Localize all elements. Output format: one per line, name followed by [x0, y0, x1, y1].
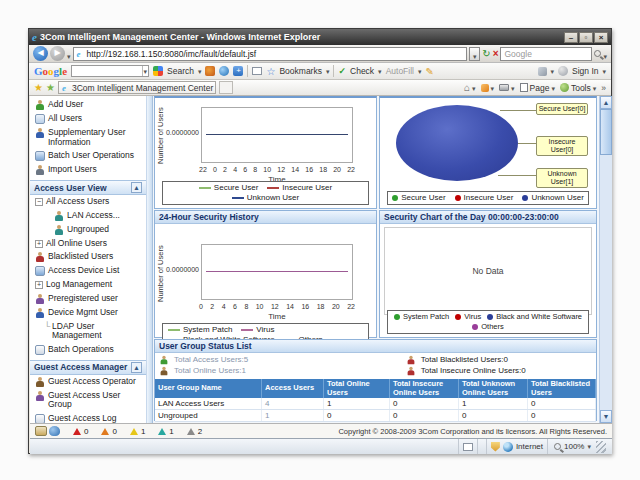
row-value[interactable]: 1 [262, 410, 324, 421]
translate-icon[interactable] [219, 66, 229, 76]
row-name[interactable]: LAN Access Users [155, 398, 262, 409]
favorites-icon[interactable] [34, 82, 43, 93]
highlighter-icon[interactable] [425, 66, 433, 77]
tree-expand-icon[interactable] [35, 240, 43, 248]
sidebar-item-lan-access[interactable]: LAN Access... [30, 209, 146, 223]
history-dropdown-icon[interactable] [67, 45, 71, 63]
panel-security-chart-of-day: Security Chart of the Day 00:00:00-23:00… [379, 210, 597, 338]
sidebar-item-batch-operations[interactable]: Batch Operations [30, 343, 146, 357]
sidebar-item-ldap-user-management[interactable]: LDAP User Management [30, 320, 146, 343]
restore-button[interactable] [579, 32, 593, 43]
url-input[interactable]: e http://192.168.1.150:8080/imc/fault/de… [73, 47, 468, 61]
sidebar-item-guest-access-log[interactable]: Guest Access Log [30, 412, 146, 424]
print-button[interactable] [499, 83, 515, 93]
settings-dropdown-icon[interactable] [551, 66, 555, 76]
alarm-minor[interactable]: 1 [130, 427, 145, 436]
page-menu[interactable]: Page [520, 83, 555, 93]
stop-button[interactable] [493, 48, 499, 59]
sidebar-item-import-users[interactable]: Import Users [30, 163, 146, 177]
tab-3com-imc[interactable]: e 3Com Intelligent Management Center [58, 81, 216, 94]
sidebar-item-all-online-users[interactable]: All Online Users [30, 237, 146, 251]
zoom-control[interactable]: 100% [548, 441, 612, 453]
add-gadget-icon[interactable] [233, 66, 243, 76]
guest-access-log-icon [35, 414, 45, 424]
sidebar-item-guest-access-operator[interactable]: Guest Access Operator [30, 375, 146, 389]
feeds-button[interactable] [481, 83, 495, 93]
page-icon [520, 83, 528, 92]
sidebar-item-blacklisted-users[interactable]: Blacklisted Users [30, 250, 146, 264]
refresh-button[interactable] [482, 48, 490, 59]
major-alarm-icon [101, 428, 109, 435]
scrollbar-thumb[interactable] [600, 109, 612, 155]
tree-expand-icon[interactable] [35, 281, 43, 289]
toolbar-overflow-icon[interactable] [601, 83, 606, 93]
bookmarks-dropdown-icon[interactable] [326, 66, 330, 76]
section-access-user-view[interactable]: Access User View [30, 180, 146, 195]
send-to-icon[interactable] [205, 66, 215, 76]
critical-alarm-icon [73, 428, 81, 435]
guest-access-operator-icon [35, 377, 45, 387]
sidebar-item-device-mgmt-user[interactable]: Device Mgmt User [30, 306, 146, 320]
close-button[interactable] [594, 32, 608, 43]
callout-secure-user: Secure User[0] [536, 103, 588, 115]
google-search-box[interactable] [71, 65, 149, 77]
alarm-critical[interactable]: 0 [73, 427, 88, 436]
bookmarks-star-icon [266, 66, 275, 77]
home-button[interactable] [464, 82, 476, 93]
sidewiki-icon[interactable] [252, 67, 262, 75]
sidebar-item-access-device-list[interactable]: Access Device List [30, 264, 146, 278]
sidebar-item-guest-access-user-group[interactable]: Guest Access User Group [30, 389, 146, 412]
signin-dropdown-icon[interactable] [602, 66, 606, 76]
bookmarks-button[interactable]: Bookmarks [279, 66, 322, 76]
autofill-dropdown-icon[interactable] [418, 66, 422, 76]
total-online-users-icon [160, 366, 169, 375]
url-dropdown-button[interactable] [469, 47, 480, 61]
search-input[interactable]: Google [500, 47, 592, 61]
sidebar-item-ungrouped[interactable]: Ungrouped [30, 223, 146, 237]
sidebar-item-supplementary-user-info[interactable]: Supplementary User Information [30, 126, 146, 149]
col-total-unknown-online-users: Total Unknown Online Users [459, 379, 528, 398]
sidebar-item-batch-user-operations[interactable]: Batch User Operations [30, 149, 146, 163]
total-blacklisted-users: Total Blacklisted Users:0 [406, 354, 592, 365]
minimize-button[interactable] [564, 32, 578, 43]
zoom-dropdown-icon[interactable] [587, 442, 591, 451]
search-options-icon[interactable] [603, 45, 607, 63]
sidebar-item-all-users[interactable]: All Users [30, 112, 146, 126]
sidebar-item-add-user[interactable]: Add User [30, 98, 146, 112]
back-button[interactable] [33, 46, 48, 61]
forward-button[interactable] [50, 46, 65, 61]
tools-menu[interactable]: Tools [560, 83, 596, 93]
row-name[interactable]: Ungrouped [155, 410, 262, 421]
collapse-icon[interactable] [131, 182, 142, 193]
check-dropdown-icon[interactable] [378, 66, 382, 76]
add-favorite-icon[interactable] [46, 82, 55, 93]
sidebar-item-preregistered-user[interactable]: Preregistered user [30, 292, 146, 306]
google-search-button[interactable]: Search [167, 66, 194, 76]
alarm-sound-icon[interactable] [35, 426, 47, 436]
alarm-warning[interactable]: 1 [158, 427, 173, 436]
autofill-button[interactable]: AutoFill [386, 66, 414, 76]
new-tab-button[interactable] [219, 81, 233, 94]
google-search-more-icon[interactable] [198, 66, 202, 76]
search-icon[interactable] [594, 50, 601, 57]
toolbar-settings-icon[interactable] [538, 67, 547, 76]
sign-in-button[interactable]: Sign In [572, 66, 598, 76]
alarm-browse-icon[interactable] [49, 426, 60, 436]
sidebar-item-all-access-users[interactable]: All Access Users [30, 195, 146, 209]
y-axis-tick: 0.0000000 [163, 129, 199, 136]
dashboard: Number of Users 0.0000000 22024681012141… [153, 96, 599, 423]
scroll-down-icon[interactable] [600, 410, 612, 423]
sidebar-item-log-management[interactable]: Log Management [30, 278, 146, 292]
section-guest-access-manager[interactable]: Guest Access Manager [30, 360, 146, 375]
flat-line-series [206, 271, 348, 272]
tree-collapse-icon[interactable] [35, 198, 43, 206]
collapse-icon[interactable] [131, 362, 142, 373]
row-value[interactable]: 4 [262, 398, 324, 409]
resize-grip[interactable] [596, 441, 606, 453]
alarm-info[interactable]: 2 [187, 427, 202, 436]
page-scrollbar[interactable] [599, 96, 612, 423]
scroll-up-icon[interactable] [600, 96, 612, 109]
google-search-dropdown-icon[interactable] [142, 66, 149, 76]
alarm-major[interactable]: 0 [101, 427, 116, 436]
check-button[interactable]: Check [350, 66, 374, 76]
